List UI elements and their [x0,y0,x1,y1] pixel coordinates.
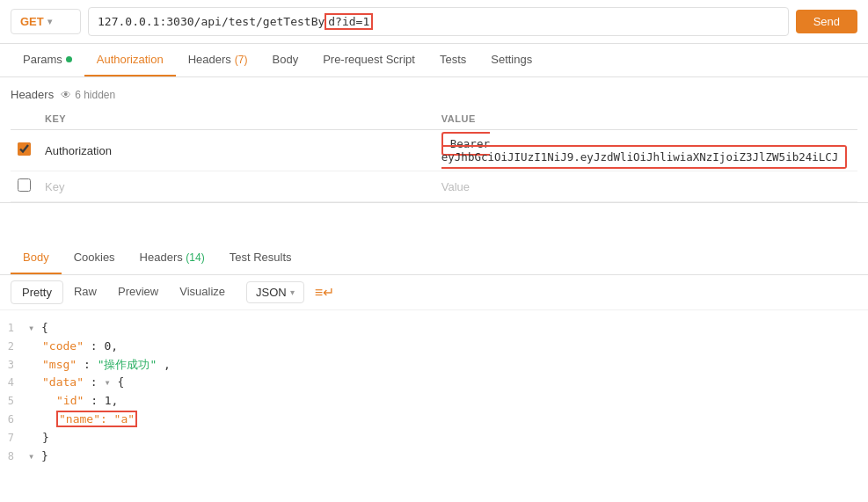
code-key-msg: "msg" [42,358,77,371]
collapse-icon-4[interactable]: ▾ [104,376,110,389]
code-colon-5: : 1, [91,394,118,407]
headers-badge: (7) [235,54,248,66]
code-comma-3: , [164,358,171,371]
tab-body[interactable]: Body [260,44,311,76]
code-colon-4: : [91,375,105,389]
tab-settings[interactable]: Settings [478,44,544,76]
resp-tab-body[interactable]: Body [11,242,62,274]
header-row-2: Key Value [11,171,857,202]
value-placeholder-2: Value [441,180,470,193]
request-tabs: Params Authorization Headers (7) Body Pr… [0,44,868,77]
code-line-2: 2 "code" : 0, [0,338,868,356]
line-content-1: ▾ { [28,319,868,338]
code-key-code: "code" [42,339,84,353]
fmt-raw-label: Raw [74,285,97,298]
key-placeholder-2: Key [45,180,64,193]
line-num-3: 3 [0,356,28,374]
fmt-tab-raw[interactable]: Raw [63,280,107,304]
headers-section-label: Headers [11,88,54,101]
col-checkbox [11,108,38,130]
tab-pre-request[interactable]: Pre-request Script [310,44,427,76]
tab-headers-label: Headers [188,53,231,66]
tab-params[interactable]: Params [11,44,84,76]
tab-params-label: Params [23,53,62,66]
resp-tab-body-label: Body [23,251,49,264]
line-num-1: 1 [0,319,28,337]
value-cell-1[interactable]: Bearer eyJhbGciOiJIUzI1NiJ9.eyJzdWliOiJh… [434,130,857,171]
bearer-token-value: Bearer eyJhbGciOiJIUzI1NiJ9.eyJzdWliOiJh… [441,132,848,169]
line-content-2: "code" : 0, [28,338,868,356]
code-line-7: 7 } [0,429,868,447]
line-num-8: 8 [0,447,28,465]
col-key-header: KEY [38,108,434,130]
tab-pre-request-label: Pre-request Script [323,53,415,66]
line-num-2: 2 [0,338,28,355]
json-format-label: JSON [256,286,287,299]
headers-section: Headers 👁 6 hidden KEY VALUE Authorizati… [0,77,868,203]
url-prefix: 127.0.0.1:3030/api/test/getTestBy [98,15,325,28]
code-line-4: 4 "data" : ▾ { [0,374,868,392]
resp-tab-cookies-label: Cookies [74,251,115,264]
checkbox-cell-1[interactable] [11,130,38,171]
wrap-lines-icon[interactable]: ≡↵ [308,280,341,304]
code-line-8: 8 ▾ } [0,447,868,466]
line-content-8: ▾ } [28,447,868,466]
method-label: GET [20,15,44,28]
resp-tab-test-results-label: Test Results [230,251,292,264]
code-colon-3: : [84,358,98,371]
resp-tab-headers[interactable]: Headers (14) [128,242,217,274]
code-line-1: 1 ▾ { [0,319,868,338]
code-key-data: "data" [42,375,84,389]
line-content-7: } [28,429,868,447]
headers-table: KEY VALUE Authorization Bearer eyJhbGciO… [11,108,857,202]
fmt-pretty-label: Pretty [22,286,52,299]
code-key-name-highlighted: "name": "a" [56,411,137,427]
tab-headers[interactable]: Headers (7) [176,44,260,76]
json-chevron-icon: ▾ [290,287,295,297]
line-num-5: 5 [0,392,28,410]
resp-headers-badge: (14) [186,251,204,264]
tab-authorization[interactable]: Authorization [84,44,176,76]
row2-checkbox[interactable] [18,178,31,192]
format-tabs: Pretty Raw Preview Visualize [11,280,236,304]
line-num-6: 6 [0,411,28,428]
params-dot [66,56,72,62]
code-key-name: "name": "a" [59,412,135,426]
url-highlighted-part: d?id=1 [325,13,373,30]
response-toolbar: Pretty Raw Preview Visualize JSON ▾ ≡↵ [0,275,868,310]
resp-tab-test-results[interactable]: Test Results [217,242,304,274]
line-num-7: 7 [0,429,28,447]
code-block: 1 ▾ { 2 "code" : 0, 3 "msg" : "操作成功" , 4 [0,310,868,474]
eye-icon: 👁 [61,89,71,101]
tab-tests[interactable]: Tests [427,44,478,76]
url-input[interactable]: 127.0.0.1:3030/api/test/getTestByd?id=1 [88,7,789,36]
response-tabs: Body Cookies Headers (14) Test Results [0,242,868,275]
line-content-6: "name": "a" [28,411,868,429]
line-content-5: "id" : 1, [28,392,868,411]
line-content-4: "data" : ▾ { [28,374,868,392]
code-colon-2: : 0, [91,339,118,353]
key-value-1: Authorization [45,144,112,157]
brace-open: { [41,321,48,334]
key-cell-2[interactable]: Key [38,171,434,202]
collapse-icon-8[interactable]: ▾ [28,450,34,462]
tab-body-label: Body [273,53,299,66]
fmt-tab-visualize[interactable]: Visualize [169,280,236,304]
checkbox-cell-2[interactable] [11,171,38,202]
code-key-id: "id" [56,394,84,407]
col-value-header: VALUE [434,108,857,130]
collapse-icon-1[interactable]: ▾ [28,322,34,334]
value-cell-2[interactable]: Value [434,171,857,202]
row1-checkbox[interactable] [18,142,31,156]
data-brace-close: } [42,431,49,444]
method-select[interactable]: GET ▾ [11,9,81,34]
tab-tests-label: Tests [440,53,466,66]
fmt-tab-preview[interactable]: Preview [107,280,169,304]
fmt-visualize-label: Visualize [179,285,225,298]
fmt-tab-pretty[interactable]: Pretty [11,280,63,304]
json-format-select[interactable]: JSON ▾ [246,281,304,303]
url-bar: GET ▾ 127.0.0.1:3030/api/test/getTestByd… [0,0,868,44]
resp-tab-cookies[interactable]: Cookies [62,242,128,274]
send-button[interactable]: Send [796,10,857,33]
headers-title: Headers 👁 6 hidden [11,84,857,108]
